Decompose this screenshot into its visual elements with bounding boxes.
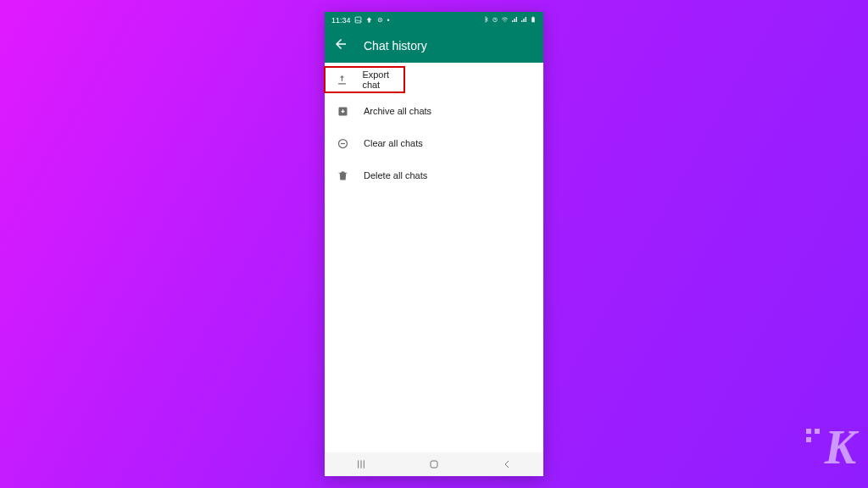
svg-rect-4 bbox=[531, 17, 534, 22]
item-label: Export chat bbox=[362, 69, 405, 90]
item-label: Clear all chats bbox=[364, 138, 423, 148]
status-left: 11:34 • bbox=[331, 16, 390, 25]
alarm-icon bbox=[492, 16, 498, 25]
page-title: Chat history bbox=[364, 39, 427, 53]
item-export-chat[interactable]: Export chat bbox=[324, 66, 405, 93]
android-nav-bar bbox=[325, 452, 543, 476]
background: 11:34 • bbox=[0, 0, 868, 488]
nav-home-button[interactable] bbox=[426, 457, 442, 472]
nav-recent-button[interactable] bbox=[353, 457, 369, 472]
svg-rect-8 bbox=[431, 461, 437, 468]
battery-icon bbox=[530, 16, 537, 25]
bluetooth-icon bbox=[482, 16, 489, 25]
image-icon bbox=[354, 16, 362, 25]
trash-icon bbox=[335, 168, 350, 183]
item-clear-all[interactable]: Clear all chats bbox=[325, 127, 543, 159]
item-label: Delete all chats bbox=[364, 170, 427, 180]
app-bar: Chat history bbox=[325, 29, 543, 63]
watermark-logo: K bbox=[825, 424, 854, 471]
archive-icon bbox=[335, 103, 350, 119]
nav-back-button[interactable] bbox=[499, 457, 515, 472]
settings-list: Export chat Archive all chats Clear all … bbox=[325, 63, 543, 452]
upload-icon bbox=[335, 72, 348, 87]
svg-rect-5 bbox=[532, 17, 533, 18]
cast-icon bbox=[365, 16, 373, 25]
settings-dot-icon bbox=[376, 16, 384, 25]
back-button[interactable] bbox=[333, 36, 348, 55]
status-right bbox=[482, 16, 537, 25]
phone-frame: 11:34 • bbox=[325, 12, 543, 476]
item-label: Archive all chats bbox=[364, 106, 431, 116]
svg-rect-0 bbox=[355, 17, 361, 23]
item-delete-all[interactable]: Delete all chats bbox=[325, 159, 543, 191]
status-bar: 11:34 • bbox=[325, 12, 543, 29]
clear-icon bbox=[335, 136, 350, 151]
item-archive-all[interactable]: Archive all chats bbox=[325, 95, 543, 127]
status-time: 11:34 bbox=[331, 16, 351, 25]
dot-icon: • bbox=[387, 16, 390, 25]
svg-point-2 bbox=[379, 19, 381, 20]
signal-icon bbox=[520, 16, 527, 25]
signal-icon bbox=[511, 16, 518, 25]
wifi-icon bbox=[501, 16, 509, 25]
